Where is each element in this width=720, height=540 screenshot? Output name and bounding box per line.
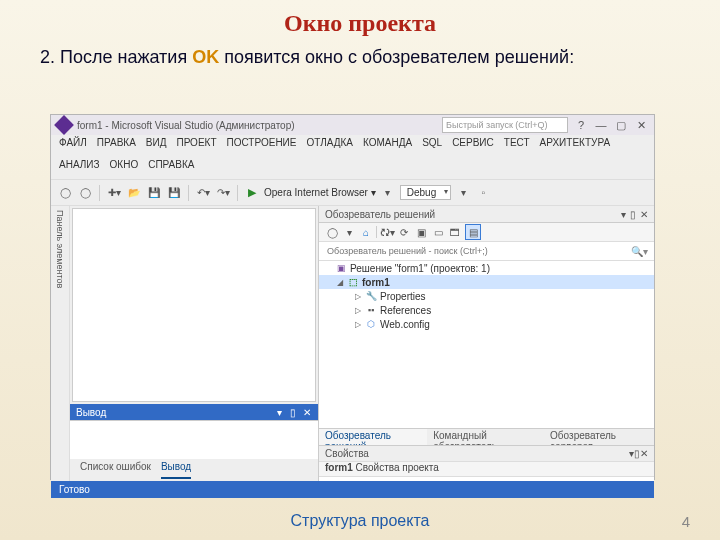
preview-icon[interactable]: ▤ <box>465 224 481 240</box>
search-icon[interactable]: 🔍▾ <box>631 246 648 257</box>
open-icon[interactable]: 📂 <box>126 185 142 201</box>
tree-project[interactable]: ◢⬚ form1 <box>319 275 654 289</box>
tree-solution[interactable]: ▣ Решение "form1" (проектов: 1) <box>319 261 654 275</box>
menu-arch[interactable]: АРХИТЕКТУРА <box>540 137 610 155</box>
tab-team[interactable]: Командный обозреватель <box>427 429 544 445</box>
references-icon: ▪▪ <box>365 304 377 316</box>
properties-object: form1 Свойства проекта <box>319 461 654 477</box>
menu-view[interactable]: ВИД <box>146 137 167 155</box>
quick-launch-input[interactable]: Быстрый запуск (Ctrl+Q) <box>442 117 568 133</box>
saveall-icon[interactable]: 💾 <box>166 185 182 201</box>
output-close-icon[interactable]: ✕ <box>302 407 312 418</box>
dropdown2-icon[interactable]: ▾ <box>455 185 471 201</box>
tab-server[interactable]: Обозреватель серверов <box>544 429 654 445</box>
sync-icon[interactable]: 🗘▾ <box>380 225 394 239</box>
expand-icon[interactable]: ▷ <box>353 292 362 301</box>
play-icon[interactable]: ▶ <box>244 185 260 201</box>
output-pin-icon[interactable]: ▯ <box>288 407 298 418</box>
project-icon: ⬚ <box>347 276 359 288</box>
refresh-icon[interactable]: ⟳ <box>397 225 411 239</box>
solution-explorer-title: Обозреватель решений <box>325 209 435 220</box>
menubar: ФАЙЛ ПРАВКА ВИД ПРОЕКТ ПОСТРОЕНИЕ ОТЛАДК… <box>51 135 654 157</box>
page-number: 4 <box>682 513 690 530</box>
output-body <box>70 420 318 459</box>
menubar-2: АНАЛИЗ ОКНО СПРАВКА <box>51 157 654 179</box>
output-header: Вывод ▾ ▯ ✕ <box>70 404 318 420</box>
menu-window[interactable]: ОКНО <box>110 159 139 177</box>
slide-title: Окно проекта <box>0 0 720 37</box>
expand-icon[interactable]: ▷ <box>353 306 362 315</box>
menu-debug[interactable]: ОТЛАДКА <box>306 137 353 155</box>
home-icon[interactable]: ⌂ <box>359 225 373 239</box>
panel-pin-icon[interactable]: ▯ <box>630 209 636 220</box>
window-title: form1 - Microsoft Visual Studio (Админис… <box>77 120 295 131</box>
output-dropdown-icon[interactable]: ▾ <box>274 407 284 418</box>
undo-icon[interactable]: ↶▾ <box>195 185 211 201</box>
menu-project[interactable]: ПРОЕКТ <box>176 137 216 155</box>
panel-dropdown-icon[interactable]: ▾ <box>621 209 626 220</box>
menu-tools[interactable]: СЕРВИС <box>452 137 494 155</box>
solution-search[interactable]: 🔍▾ <box>319 242 654 261</box>
statusbar: Готово <box>51 481 654 498</box>
tree-properties[interactable]: ▷🔧 Properties <box>319 289 654 303</box>
nav-dropdown-icon[interactable]: ▾ <box>342 225 356 239</box>
menu-help[interactable]: СПРАВКА <box>148 159 194 177</box>
menu-file[interactable]: ФАЙЛ <box>59 137 87 155</box>
back-icon[interactable]: ◯ <box>57 185 73 201</box>
solution-search-input[interactable] <box>325 245 631 257</box>
menu-team[interactable]: КОМАНДА <box>363 137 412 155</box>
view-icon[interactable]: ▭ <box>431 225 445 239</box>
footer-text: Структура проекта <box>0 512 720 530</box>
new-icon[interactable]: ✚▾ <box>106 185 122 201</box>
menu-sql[interactable]: SQL <box>422 137 442 155</box>
minimize-button[interactable]: — <box>594 118 608 132</box>
config-dropdown[interactable]: Debug <box>400 185 451 200</box>
toolbar: ◯ ◯ ✚▾ 📂 💾 💾 ↶▾ ↷▾ ▶ Opera Internet Brow… <box>51 179 654 206</box>
menu-edit[interactable]: ПРАВКА <box>97 137 136 155</box>
tree-references[interactable]: ▷▪▪ References <box>319 303 654 317</box>
editor-area <box>72 208 316 402</box>
start-target[interactable]: Opera Internet Browser ▾ <box>264 187 376 198</box>
properties-body <box>319 477 654 481</box>
properties-title: Свойства <box>325 448 369 459</box>
maximize-button[interactable]: ▢ <box>614 118 628 132</box>
menu-test[interactable]: ТЕСТ <box>504 137 530 155</box>
vs-window: form1 - Microsoft Visual Studio (Админис… <box>50 114 655 480</box>
tree-webconfig[interactable]: ▷⬡ Web.config <box>319 317 654 331</box>
properties-icon[interactable]: 🗔 <box>448 225 462 239</box>
panel-close-icon[interactable]: ✕ <box>640 209 648 220</box>
vs-logo-icon <box>54 115 74 135</box>
output-title: Вывод <box>76 407 106 418</box>
close-button[interactable]: ✕ <box>634 118 648 132</box>
menu-analyze[interactable]: АНАЛИЗ <box>59 159 100 177</box>
redo-icon[interactable]: ↷▾ <box>215 185 231 201</box>
forward-icon[interactable]: ◯ <box>77 185 93 201</box>
titlebar: form1 - Microsoft Visual Studio (Админис… <box>51 115 654 135</box>
bottom-tabstrip: Список ошибок Вывод <box>70 459 318 481</box>
tab-errorlist[interactable]: Список ошибок <box>80 461 151 479</box>
toolbox-rail[interactable]: Панель элементов <box>51 206 70 481</box>
properties-header: Свойства ▾ ▯ ✕ <box>319 445 654 461</box>
expand-icon[interactable]: ◢ <box>335 278 344 287</box>
config-icon: ⬡ <box>365 318 377 330</box>
prop-close-icon[interactable]: ✕ <box>640 448 648 459</box>
help-icon[interactable]: ? <box>574 118 588 132</box>
showall-icon[interactable]: ▣ <box>414 225 428 239</box>
solution-toolbar: ◯ ▾ ⌂ 🗘▾ ⟳ ▣ ▭ 🗔 ▤ <box>319 223 654 242</box>
expand-icon[interactable]: ▷ <box>353 320 362 329</box>
solution-explorer-header: Обозреватель решений ▾ ▯ ✕ <box>319 206 654 223</box>
dropdown-icon[interactable]: ▾ <box>380 185 396 201</box>
menu-build[interactable]: ПОСТРОЕНИЕ <box>227 137 297 155</box>
right-tabs: Обозреватель решений Командный обозреват… <box>319 428 654 445</box>
tab-solution[interactable]: Обозреватель решений <box>319 429 427 445</box>
solution-tree: ▣ Решение "form1" (проектов: 1) ◢⬚ form1… <box>319 261 654 428</box>
ext-icon[interactable]: ▫ <box>475 185 491 201</box>
solution-icon: ▣ <box>335 262 347 274</box>
bullet-text: 2. После нажатия OK появится окно с обоз… <box>40 47 665 68</box>
status-text: Готово <box>59 484 90 495</box>
wrench-icon: 🔧 <box>365 290 377 302</box>
nav-back-icon[interactable]: ◯ <box>325 225 339 239</box>
save-icon[interactable]: 💾 <box>146 185 162 201</box>
tab-output[interactable]: Вывод <box>161 461 191 479</box>
toolbox-label: Панель элементов <box>55 210 65 288</box>
